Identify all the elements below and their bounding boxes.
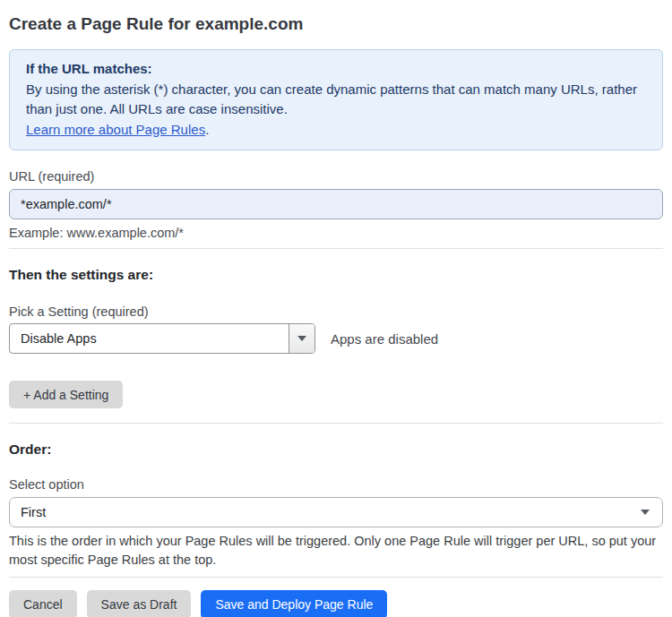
- setting-row: Disable Apps Apps are disabled: [9, 323, 663, 354]
- url-field-label: URL (required): [9, 168, 663, 184]
- order-select-label: Select option: [9, 476, 663, 493]
- info-box-link-line: Learn more about Page Rules.: [26, 120, 646, 141]
- page-title: Create a Page Rule for example.com: [9, 13, 663, 36]
- order-section-heading: Order:: [9, 441, 663, 458]
- save-as-draft-button[interactable]: Save as Draft: [87, 590, 192, 617]
- info-box-heading: If the URL matches:: [26, 59, 646, 80]
- section-divider: [9, 248, 663, 249]
- url-input[interactable]: [9, 189, 663, 219]
- section-divider: [9, 423, 663, 424]
- url-matches-info-box: If the URL matches: By using the asteris…: [9, 49, 663, 150]
- order-select-value: First: [21, 505, 46, 519]
- cancel-button[interactable]: Cancel: [9, 590, 77, 617]
- setting-select[interactable]: Disable Apps: [9, 323, 315, 354]
- setting-select-value: Disable Apps: [10, 324, 289, 353]
- chevron-down-icon: [297, 336, 306, 341]
- url-example-helper: Example: www.example.com/*: [9, 225, 663, 241]
- learn-more-link[interactable]: Learn more about Page Rules: [26, 122, 205, 137]
- action-button-row: Cancel Save as Draft Save and Deploy Pag…: [9, 590, 663, 617]
- link-suffix: .: [205, 122, 209, 137]
- save-and-deploy-button[interactable]: Save and Deploy Page Rule: [201, 590, 387, 617]
- chevron-down-icon: [641, 510, 650, 515]
- order-select[interactable]: First: [9, 497, 663, 527]
- setting-select-arrow-button[interactable]: [289, 324, 314, 353]
- add-setting-button[interactable]: + Add a Setting: [9, 381, 123, 408]
- order-helper-text: This is the order in which your Page Rul…: [9, 532, 663, 570]
- info-box-body: By using the asterisk (*) character, you…: [26, 80, 646, 120]
- footer-divider: [9, 577, 663, 578]
- settings-section-heading: Then the settings are:: [9, 266, 663, 284]
- pick-setting-label: Pick a Setting (required): [9, 304, 663, 320]
- setting-description: Apps are disabled: [331, 331, 438, 347]
